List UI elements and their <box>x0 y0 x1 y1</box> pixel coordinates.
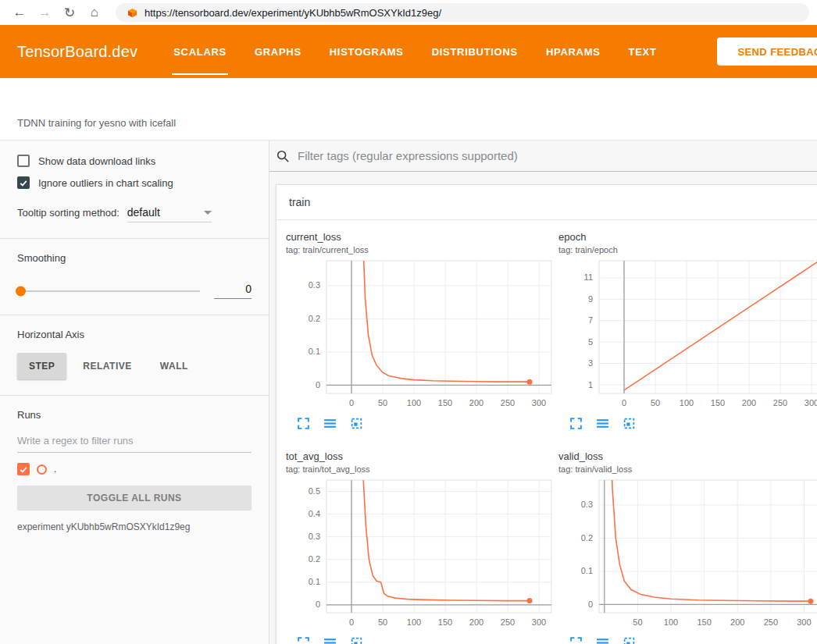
view-data-icon[interactable] <box>323 417 337 430</box>
fit-domain-icon[interactable] <box>350 636 363 644</box>
check-icon <box>19 178 28 188</box>
svg-text:0: 0 <box>622 398 626 407</box>
svg-text:100: 100 <box>680 398 694 407</box>
tab-scalars[interactable]: SCALARS <box>173 25 227 78</box>
view-data-icon[interactable] <box>323 636 337 644</box>
tab-graphs[interactable]: GRAPHS <box>255 25 301 78</box>
svg-text:100: 100 <box>664 617 678 627</box>
svg-text:0.2: 0.2 <box>581 533 593 543</box>
svg-text:0.1: 0.1 <box>309 347 320 356</box>
reload-icon[interactable]: ↻ <box>58 2 81 23</box>
run-checkbox[interactable] <box>17 463 30 475</box>
url-text: https://tensorboard.dev/experiment/yKUbh… <box>144 7 441 19</box>
svg-text:200: 200 <box>469 398 483 407</box>
chart-title: valid_loss <box>558 450 817 462</box>
svg-text:300: 300 <box>805 398 817 407</box>
expand-chart-icon[interactable] <box>569 417 583 430</box>
experiment-title: TDNN training for yesno with icefall <box>17 117 176 129</box>
send-feedback-button[interactable]: SEND FEEDBACK <box>717 37 817 66</box>
home-icon[interactable]: ⌂ <box>83 2 106 23</box>
chart-toolbar <box>286 636 555 644</box>
filter-tags-input[interactable] <box>298 149 814 162</box>
axis-step-button[interactable]: STEP <box>17 353 66 379</box>
content-area: Show data download links Ignore outliers… <box>0 141 817 644</box>
chart-toolbar <box>286 417 555 430</box>
brand-title: TensorBoard.dev <box>17 43 137 61</box>
smoothing-value[interactable]: 0 <box>214 283 252 299</box>
check-icon <box>19 464 28 475</box>
toggle-all-runs-button[interactable]: TOGGLE ALL RUNS <box>17 486 252 510</box>
tensorboard-logo-icon <box>127 7 138 19</box>
run-color-swatch[interactable] <box>37 464 47 475</box>
svg-text:0.3: 0.3 <box>309 532 320 541</box>
chart-tag: tag: train/epoch <box>558 245 817 254</box>
svg-text:200: 200 <box>742 398 756 407</box>
expand-chart-icon[interactable] <box>297 417 310 430</box>
chart-title: epoch <box>558 231 817 243</box>
view-data-icon[interactable] <box>596 417 609 430</box>
tab-histograms[interactable]: HISTOGRAMS <box>330 25 404 78</box>
smoothing-label: Smoothing <box>17 252 252 264</box>
axis-relative-button[interactable]: RELATIVE <box>71 353 143 379</box>
tab-text[interactable]: TEXT <box>629 25 657 78</box>
slider-thumb[interactable] <box>16 286 26 296</box>
main-nav: SCALARS GRAPHS HISTOGRAMS DISTRIBUTIONS … <box>173 25 656 78</box>
settings-sidebar: Show data download links Ignore outliers… <box>0 141 269 644</box>
fit-domain-icon[interactable] <box>350 417 363 430</box>
address-bar[interactable]: https://tensorboard.dev/experiment/yKUbh… <box>116 3 809 22</box>
line-chart-valid-loss[interactable]: 00.10.20.350100150200250300 <box>558 477 817 632</box>
tab-hparams[interactable]: HPARAMS <box>546 25 601 78</box>
train-section-header[interactable]: train <box>276 185 817 220</box>
tooltip-sorting-dropdown[interactable]: default <box>127 206 212 222</box>
ignore-outliers-row: Ignore outliers in chart scaling <box>17 176 252 189</box>
svg-text:50: 50 <box>378 398 387 407</box>
svg-text:3: 3 <box>588 358 593 368</box>
expand-chart-icon[interactable] <box>297 636 310 644</box>
app-header: TensorBoard.dev SCALARS GRAPHS HISTOGRAM… <box>0 25 817 78</box>
svg-text:300: 300 <box>532 398 546 407</box>
svg-text:0.4: 0.4 <box>309 509 320 518</box>
line-chart-tot-avg-loss[interactable]: 00.10.20.30.40.5050100150200250300 <box>286 477 555 632</box>
view-data-icon[interactable] <box>596 636 609 644</box>
svg-text:150: 150 <box>697 617 711 627</box>
svg-text:100: 100 <box>407 398 421 407</box>
svg-text:200: 200 <box>469 617 483 627</box>
svg-text:250: 250 <box>501 617 515 627</box>
chart-title: tot_avg_loss <box>286 450 555 462</box>
runs-label: Runs <box>17 409 252 421</box>
axis-wall-button[interactable]: WALL <box>148 353 200 379</box>
svg-text:0.3: 0.3 <box>581 500 593 509</box>
svg-text:300: 300 <box>532 617 546 627</box>
svg-text:0.3: 0.3 <box>309 280 320 290</box>
svg-text:1: 1 <box>588 380 593 390</box>
experiment-caption: experiment yKUbhb5wRmOSXYkId1z9eg <box>17 521 252 532</box>
svg-text:0.2: 0.2 <box>309 554 320 564</box>
forward-icon[interactable]: → <box>33 2 56 23</box>
train-card: train current_loss tag: train/current_lo… <box>276 184 817 644</box>
back-icon[interactable]: ← <box>8 2 31 23</box>
chart-tag: tag: train/current_loss <box>286 245 555 254</box>
svg-text:0: 0 <box>316 380 320 390</box>
svg-text:150: 150 <box>438 617 452 627</box>
tab-distributions[interactable]: DISTRIBUTIONS <box>432 25 518 78</box>
svg-text:0.5: 0.5 <box>309 486 320 496</box>
ignore-outliers-checkbox[interactable] <box>17 176 30 189</box>
svg-text:7: 7 <box>588 315 593 325</box>
fit-domain-icon[interactable] <box>623 417 636 430</box>
runs-filter-input[interactable] <box>17 432 252 453</box>
svg-text:0: 0 <box>349 398 354 407</box>
line-chart-current-loss[interactable]: 00.10.20.3050100150200250300 <box>286 258 555 412</box>
chart-card-current-loss: current_loss tag: train/current_loss 00.… <box>286 231 555 430</box>
chart-tag: tag: train/valid_loss <box>558 464 817 474</box>
chart-toolbar <box>558 636 817 644</box>
line-chart-epoch[interactable]: 1357911050100150200250300 <box>558 258 817 412</box>
svg-text:250: 250 <box>764 617 778 627</box>
smoothing-slider[interactable] <box>17 290 200 292</box>
expand-chart-icon[interactable] <box>569 636 583 644</box>
show-download-checkbox[interactable] <box>17 155 30 167</box>
fit-domain-icon[interactable] <box>623 636 636 644</box>
svg-text:0: 0 <box>588 600 593 609</box>
tooltip-sorting-value: default <box>127 206 160 219</box>
svg-text:9: 9 <box>588 294 593 304</box>
charts-grid: current_loss tag: train/current_loss 00.… <box>276 220 817 644</box>
